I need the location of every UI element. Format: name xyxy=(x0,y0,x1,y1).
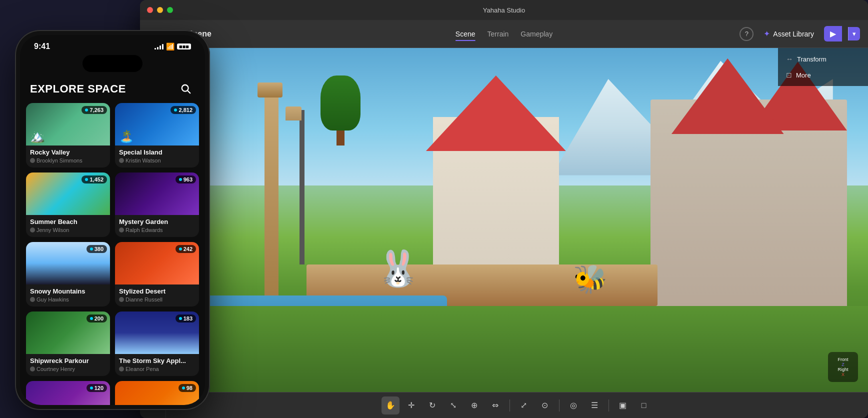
tool-rotate[interactable]: ↻ xyxy=(424,396,442,414)
tool-move2[interactable]: ⇔ xyxy=(486,396,504,414)
status-icons: 📶 ■■■ xyxy=(154,42,191,50)
card-badge-6: 200 xyxy=(86,314,107,322)
explore-card-0[interactable]: 7,263 Rocky Valley Brooklyn Simmons xyxy=(26,103,110,168)
author-icon-7 xyxy=(119,366,124,372)
card-badge-3: 963 xyxy=(176,176,196,184)
card-image-4: 380 xyxy=(26,242,110,284)
card-author-name-4: Guy Hawkins xyxy=(36,296,69,302)
card-badge-9: 98 xyxy=(178,384,196,392)
svg-line-1 xyxy=(188,90,190,93)
card-image-8: 120 xyxy=(26,381,110,405)
author-icon-1 xyxy=(119,158,124,163)
badge-dot-0 xyxy=(85,108,88,112)
explore-card-5[interactable]: 242 Stylized Desert Dianne Russell xyxy=(115,242,199,306)
phone-screen: 9:41 📶 ■■■ EXPLORE SPACE xyxy=(20,35,205,405)
tab-gameplay[interactable]: Gameplay xyxy=(520,28,552,40)
explore-card-8[interactable]: 120 Extra World 1 Marcus Lee xyxy=(26,381,110,405)
gizmo-right-label: Right xyxy=(838,367,848,372)
card-author-1: Kristin Watson xyxy=(119,158,195,164)
help-button[interactable]: ? xyxy=(740,27,754,41)
explore-card-2[interactable]: 1,452 Summer Beach Jenny Wilson xyxy=(26,172,110,237)
tab-terrain[interactable]: Terrain xyxy=(488,28,509,40)
badge-dot-8 xyxy=(90,386,93,390)
status-bar: 9:41 📶 ■■■ xyxy=(20,35,205,51)
author-icon-0 xyxy=(30,158,35,163)
explore-card-7[interactable]: 183 The Storm Sky Appl... Eleanor Pena xyxy=(115,312,199,376)
mac-window: Yahaha Studio ☰ › First Scene Scene Terr… xyxy=(140,0,868,418)
gizmo-label: Front Z Right X xyxy=(838,357,848,377)
card-count-9: 98 xyxy=(186,385,192,391)
tool-move[interactable]: ✛ xyxy=(402,396,420,414)
explore-grid: 7,263 Rocky Valley Brooklyn Simmons 2,81… xyxy=(20,103,205,405)
card-author-7: Eleanor Pena xyxy=(119,366,195,372)
explore-card-3[interactable]: 963 Mystery Garden Ralph Edwards xyxy=(115,172,199,237)
badge-dot-3 xyxy=(179,178,182,181)
tool-hand[interactable]: ✋ xyxy=(382,396,400,414)
app-header: EXPLORE SPACE xyxy=(20,72,205,103)
tool-transform[interactable]: ⊕ xyxy=(466,396,484,414)
signal-bar-1 xyxy=(154,48,156,50)
signal-bar-3 xyxy=(160,46,161,50)
tab-scene[interactable]: Scene xyxy=(456,28,476,40)
plus-icon: ✦ xyxy=(764,29,770,38)
more-panel-item[interactable]: ⊡ More xyxy=(782,68,864,82)
card-image-2: 1,452 xyxy=(26,172,110,215)
tool-settings[interactable]: ☰ xyxy=(586,396,604,414)
transform-panel-item[interactable]: ↔ Transform xyxy=(782,52,864,66)
window-title: Yahaha Studio xyxy=(483,6,525,14)
card-author-name-7: Eleanor Pena xyxy=(126,366,159,372)
card-count-5: 242 xyxy=(184,246,192,252)
explore-card-1[interactable]: 2,812 Special Island Kristin Watson xyxy=(115,103,199,168)
tool-box[interactable]: □ xyxy=(635,396,653,414)
card-author-3: Ralph Edwards xyxy=(119,227,195,233)
gizmo-front-label: Front xyxy=(838,357,848,362)
card-image-5: 242 xyxy=(115,242,199,284)
card-name-4: Snowy Mountains xyxy=(30,288,106,295)
card-author-name-5: Dianne Russell xyxy=(126,296,162,302)
card-info-0: Rocky Valley Brooklyn Simmons xyxy=(26,146,110,168)
toolbar-nav: Scene Terrain Gameplay xyxy=(456,28,552,40)
card-image-0: 7,263 xyxy=(26,103,110,146)
card-badge-7: 183 xyxy=(176,314,196,322)
card-badge-2: 1,452 xyxy=(82,176,107,184)
main-viewport: 🐰 🐝 Front Z Right X xyxy=(166,48,868,392)
tool-scale[interactable]: ⤡ xyxy=(444,396,462,414)
gizmo-x-label: X xyxy=(838,372,848,377)
card-author-0: Brooklyn Simmons xyxy=(30,158,106,164)
signal-bar-2 xyxy=(157,47,158,50)
card-name-0: Rocky Valley xyxy=(30,148,106,156)
play-dropdown-button[interactable]: ▾ xyxy=(848,27,860,40)
viewport-gizmo: Front Z Right X xyxy=(828,352,858,382)
toolbar-right: ? ✦ Asset Library ▶ ▾ xyxy=(740,26,860,42)
card-author-2: Jenny Wilson xyxy=(30,227,106,233)
dynamic-island xyxy=(82,55,142,72)
card-author-5: Dianne Russell xyxy=(119,296,195,302)
signal-bars-icon xyxy=(154,44,164,50)
explore-card-6[interactable]: 200 Shipwreck Parkour Courtney Henry xyxy=(26,312,110,376)
viewport-scene: 🐰 🐝 Front Z Right X xyxy=(166,48,868,392)
search-button[interactable] xyxy=(177,80,195,98)
toolbar-separator-3 xyxy=(608,400,609,412)
tool-focus[interactable]: ⊙ xyxy=(536,396,554,414)
toolbar-separator-1 xyxy=(510,400,510,412)
author-icon-6 xyxy=(30,366,35,372)
play-button[interactable]: ▶ xyxy=(824,26,842,42)
badge-dot-4 xyxy=(90,248,93,250)
ground xyxy=(166,306,868,392)
lamp-post-left xyxy=(300,110,304,265)
badge-dot-9 xyxy=(182,386,185,390)
card-info-3: Mystery Garden Ralph Edwards xyxy=(115,215,199,237)
phone-frame: 9:41 📶 ■■■ EXPLORE SPACE xyxy=(15,30,210,410)
explore-card-9[interactable]: 98 Extra World 2 Sofia Chen xyxy=(115,381,199,405)
tool-grid[interactable]: ▣ xyxy=(614,396,632,414)
asset-library-button[interactable]: ✦ Asset Library xyxy=(760,27,818,40)
card-name-2: Summer Beach xyxy=(30,218,106,226)
transform-label: Transform xyxy=(797,56,826,63)
tool-expand[interactable]: ⤢ xyxy=(515,396,533,414)
app-title: EXPLORE SPACE xyxy=(30,82,126,96)
explore-card-4[interactable]: 380 Snowy Mountains Guy Hawkins xyxy=(26,242,110,306)
signal-bar-4 xyxy=(162,44,164,50)
toolbar-separator-2 xyxy=(559,400,560,412)
main-toolbar: ☰ › First Scene Scene Terrain Gameplay ?… xyxy=(140,20,868,48)
tool-orbit[interactable]: ◎ xyxy=(564,396,582,414)
